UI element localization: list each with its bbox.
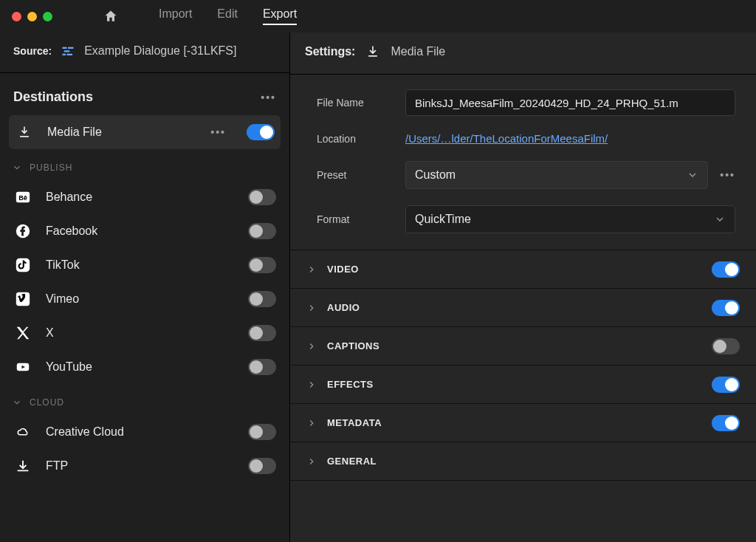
section-captions[interactable]: CAPTIONS xyxy=(290,327,756,366)
home-icon xyxy=(103,9,119,24)
close-window-button[interactable] xyxy=(12,12,21,21)
settings-form: File Name Location /Users/…lder/TheLocat… xyxy=(290,75,756,250)
destination-youtube[interactable]: YouTube xyxy=(0,350,289,384)
file-name-input[interactable] xyxy=(405,89,735,116)
destination-media-file-menu[interactable]: ••• xyxy=(210,126,226,138)
destination-label: FTP xyxy=(46,459,235,473)
section-metadata[interactable]: METADATA xyxy=(290,404,756,442)
chevron-right-icon xyxy=(306,418,317,428)
destination-label: Creative Cloud xyxy=(46,425,235,439)
file-name-label: File Name xyxy=(317,97,405,109)
top-bar: Import Edit Export xyxy=(0,0,756,32)
location-link[interactable]: /Users/…lder/TheLocationForMeesaFilm/ xyxy=(405,132,608,145)
settings-label: Settings: xyxy=(305,45,355,58)
destination-label: YouTube xyxy=(46,360,235,374)
section-label: EFFECTS xyxy=(327,379,712,390)
settings-title: Media File xyxy=(391,45,445,58)
destination-label: TikTok xyxy=(46,258,235,272)
toggle[interactable] xyxy=(712,261,740,278)
sequence-icon xyxy=(61,44,75,58)
destination-label: Behance xyxy=(46,191,235,204)
home-button[interactable] xyxy=(103,9,119,24)
section-general[interactable]: GENERAL xyxy=(290,442,756,481)
publish-label: PUBLISH xyxy=(30,162,72,173)
settings-header: Settings: Media File xyxy=(290,32,756,75)
toggle[interactable] xyxy=(712,300,740,316)
facebook-icon xyxy=(13,223,32,239)
destination-facebook[interactable]: Facebook xyxy=(0,214,289,248)
cloud-section-header[interactable]: CLOUD xyxy=(0,384,289,415)
location-label: Location xyxy=(317,133,405,145)
svg-rect-1 xyxy=(68,47,74,49)
section-label: VIDEO xyxy=(327,264,712,275)
toggle[interactable] xyxy=(248,424,276,440)
destination-x[interactable]: X xyxy=(0,316,289,350)
maximize-window-button[interactable] xyxy=(43,12,52,21)
destinations-menu-button[interactable]: ••• xyxy=(261,92,276,103)
destination-media-file-label: Media File xyxy=(47,126,197,139)
source-name: Example Dialogue [-31LKFS] xyxy=(84,44,236,58)
toggle[interactable] xyxy=(248,189,276,205)
svg-rect-4 xyxy=(67,54,73,55)
preset-menu-button[interactable]: ••• xyxy=(720,169,735,181)
toggle[interactable] xyxy=(248,359,276,375)
destination-media-file-toggle[interactable] xyxy=(247,124,275,140)
youtube-icon xyxy=(13,360,32,374)
chevron-right-icon xyxy=(306,264,317,275)
destination-tiktok[interactable]: TikTok xyxy=(0,248,289,282)
toggle[interactable] xyxy=(248,257,276,273)
destination-media-file[interactable]: Media File ••• xyxy=(9,115,281,149)
section-audio[interactable]: AUDIO xyxy=(290,289,756,327)
tab-export[interactable]: Export xyxy=(263,7,297,25)
format-label: Format xyxy=(317,213,405,225)
section-effects[interactable]: EFFECTS xyxy=(290,366,756,404)
chevron-down-icon xyxy=(714,213,726,225)
main-area: Source: Example Dialogue [-31LKFS] Desti… xyxy=(0,32,756,542)
toggle[interactable] xyxy=(248,291,276,307)
destination-vimeo[interactable]: Vimeo xyxy=(0,282,289,316)
destination-ftp[interactable]: FTP xyxy=(0,449,289,483)
destination-behance[interactable]: BēBehance xyxy=(0,180,289,214)
preset-select[interactable]: Custom xyxy=(405,161,708,189)
ftp-icon xyxy=(13,458,32,474)
preset-label: Preset xyxy=(317,169,405,181)
svg-rect-3 xyxy=(63,54,66,55)
window-controls xyxy=(12,12,52,21)
chevron-down-icon xyxy=(12,397,22,408)
download-icon xyxy=(15,125,34,140)
destination-creative-cloud[interactable]: Creative Cloud xyxy=(0,415,289,449)
toggle[interactable] xyxy=(248,325,276,341)
source-label: Source: xyxy=(13,45,52,57)
format-select[interactable]: QuickTime xyxy=(405,205,735,233)
settings-accordion: VIDEOAUDIOCAPTIONSEFFECTSMETADATAGENERAL xyxy=(290,250,756,481)
chevron-right-icon xyxy=(306,456,317,467)
publish-section-header[interactable]: PUBLISH xyxy=(0,149,289,180)
source-row: Source: Example Dialogue [-31LKFS] xyxy=(0,32,289,73)
svg-text:Bē: Bē xyxy=(18,194,27,202)
format-value: QuickTime xyxy=(415,213,471,226)
toggle[interactable] xyxy=(712,377,740,393)
section-video[interactable]: VIDEO xyxy=(290,250,756,289)
toggle[interactable] xyxy=(248,223,276,239)
destination-label: Facebook xyxy=(46,224,235,238)
toggle[interactable] xyxy=(712,415,740,431)
chevron-down-icon xyxy=(687,169,698,181)
toggle[interactable] xyxy=(712,338,740,354)
destinations-header: Destinations ••• xyxy=(0,73,289,115)
x-icon xyxy=(13,325,32,341)
settings-panel: Settings: Media File File Name Location … xyxy=(289,32,756,542)
minimize-window-button[interactable] xyxy=(27,12,37,21)
svg-rect-2 xyxy=(64,50,70,52)
preset-value: Custom xyxy=(415,168,456,182)
tab-edit[interactable]: Edit xyxy=(217,7,238,25)
section-label: METADATA xyxy=(327,417,712,428)
tab-import[interactable]: Import xyxy=(159,7,192,25)
svg-rect-0 xyxy=(63,47,67,49)
chevron-right-icon xyxy=(306,303,317,313)
toggle[interactable] xyxy=(248,458,276,474)
chevron-right-icon xyxy=(306,380,317,390)
creative-cloud-icon xyxy=(13,425,32,439)
section-label: AUDIO xyxy=(327,302,712,313)
behance-icon: Bē xyxy=(13,189,32,205)
vimeo-icon xyxy=(13,291,32,307)
